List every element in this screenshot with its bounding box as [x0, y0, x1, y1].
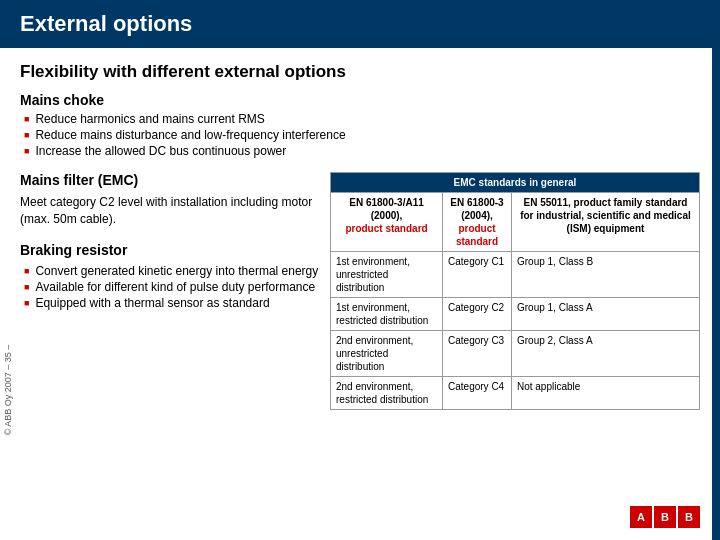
emc-table-container: EMC standards in general EN 61800-3/A11 … — [330, 172, 700, 410]
braking-bullet-2: Available for different kind of pulse du… — [24, 280, 320, 294]
abb-logo: A B B — [630, 506, 700, 528]
emc-col3-header: EN 55011, product family standard for in… — [511, 193, 699, 252]
main-row: Mains filter (EMC) Meet category C2 leve… — [20, 172, 700, 410]
emc-table-row: 1st environment, restricted distribution… — [331, 298, 700, 331]
braking-bullet-1: Convert generated kinetic energy into th… — [24, 264, 320, 278]
emc-cat-cell: Category C1 — [443, 252, 512, 298]
mains-filter-desc: Meet category C2 level with installation… — [20, 194, 320, 228]
emc-table-header: EMC standards in general — [331, 173, 700, 193]
emc-table: EMC standards in general EN 61800-3/A11 … — [330, 172, 700, 410]
emc-env-cell: 2nd environment, unrestricted distributi… — [331, 331, 443, 377]
braking-resistor-list: Convert generated kinetic energy into th… — [20, 264, 320, 310]
main-content: Flexibility with different external opti… — [0, 48, 720, 420]
emc-env-cell: 1st environment, restricted distribution — [331, 298, 443, 331]
top-bar: External options — [0, 0, 720, 48]
emc-group-cell: Not applicable — [511, 377, 699, 410]
emc-cat-cell: Category C3 — [443, 331, 512, 377]
left-column: Mains filter (EMC) Meet category C2 leve… — [20, 172, 320, 312]
side-label: © ABB Oy 2007 – 35 – — [0, 330, 16, 450]
abb-logo-a: A — [630, 506, 652, 528]
choke-bullet-1: Reduce harmonics and mains current RMS — [24, 112, 700, 126]
right-accent-bar — [712, 48, 720, 540]
page-title: External options — [20, 11, 192, 37]
abb-logo-b2: B — [678, 506, 700, 528]
emc-col2-header: EN 61800-3 (2004), product standard — [443, 193, 512, 252]
emc-group-cell: Group 2, Class A — [511, 331, 699, 377]
mains-choke-section: Mains choke Reduce harmonics and mains c… — [20, 92, 700, 158]
emc-cat-cell: Category C4 — [443, 377, 512, 410]
mains-filter-title: Mains filter (EMC) — [20, 172, 320, 188]
emc-env-cell: 2nd environment, restricted distribution — [331, 377, 443, 410]
emc-table-row: 1st environment, unrestricted distributi… — [331, 252, 700, 298]
page-container: External options © ABB Oy 2007 – 35 – Fl… — [0, 0, 720, 540]
emc-env-cell: 1st environment, unrestricted distributi… — [331, 252, 443, 298]
choke-bullet-2: Reduce mains disturbance and low-frequen… — [24, 128, 700, 142]
mains-choke-list: Reduce harmonics and mains current RMS R… — [20, 112, 700, 158]
choke-bullet-3: Increase the allowed DC bus continuous p… — [24, 144, 700, 158]
side-label-text: © ABB Oy 2007 – 35 – — [3, 345, 13, 436]
mains-choke-title: Mains choke — [20, 92, 700, 108]
emc-group-cell: Group 1, Class A — [511, 298, 699, 331]
abb-logo-b1: B — [654, 506, 676, 528]
emc-col1-header: EN 61800-3/A11 (2000), product standard — [331, 193, 443, 252]
section-title: Flexibility with different external opti… — [20, 62, 700, 82]
emc-table-row: 2nd environment, restricted distribution… — [331, 377, 700, 410]
emc-cat-cell: Category C2 — [443, 298, 512, 331]
braking-resistor-title: Braking resistor — [20, 242, 320, 258]
emc-table-row: 2nd environment, unrestricted distributi… — [331, 331, 700, 377]
braking-bullet-3: Equipped with a thermal sensor as standa… — [24, 296, 320, 310]
emc-group-cell: Group 1, Class B — [511, 252, 699, 298]
